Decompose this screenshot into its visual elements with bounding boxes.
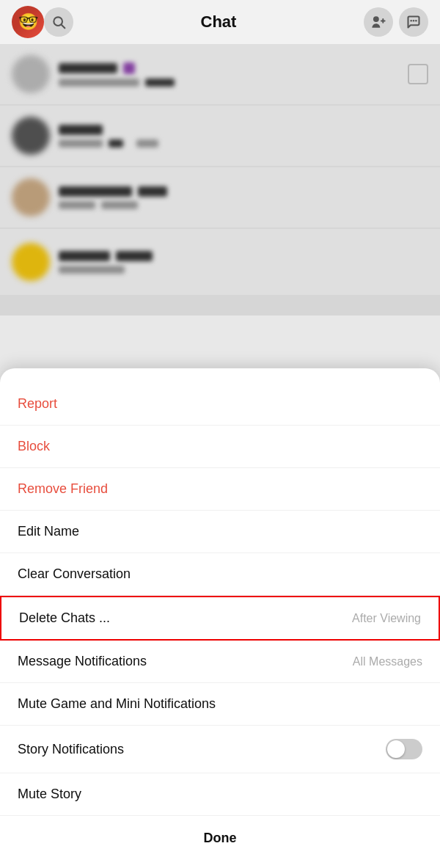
chat-content (59, 62, 399, 87)
add-friend-button[interactable] (364, 7, 393, 37)
page-title: Chat (73, 12, 364, 32)
chat-content (59, 186, 428, 209)
avatar-image: 🤓 (12, 6, 44, 38)
search-button[interactable] (44, 7, 73, 37)
app-header: 🤓 Chat (0, 0, 440, 44)
story-notifications-toggle[interactable] (386, 739, 422, 759)
menu-item-story-notifications[interactable]: Story Notifications (0, 726, 440, 773)
menu-item-message-notifications[interactable]: Message Notifications All Messages (0, 641, 440, 683)
menu-item-mute-story[interactable]: Mute Story (0, 773, 440, 816)
avatar[interactable]: 🤓 (12, 6, 44, 38)
menu-item-block[interactable]: Block (0, 426, 440, 468)
chat-item (0, 44, 440, 104)
chat-content (59, 125, 428, 147)
new-chat-button[interactable] (399, 7, 428, 37)
menu-item-clear-conversation[interactable]: Clear Conversation (0, 553, 440, 596)
chat-avatar (12, 178, 50, 216)
chat-avatar (12, 243, 50, 281)
menu-item-mute-game[interactable]: Mute Game and Mini Notifications (0, 683, 440, 726)
chat-item (0, 106, 440, 166)
chat-content (59, 251, 428, 274)
menu-item-remove-friend[interactable]: Remove Friend (0, 468, 440, 511)
chat-item (0, 167, 440, 227)
menu-item-report[interactable]: Report (0, 383, 440, 426)
chat-avatar (12, 55, 50, 93)
menu-item-delete-chats[interactable]: Delete Chats ... After Viewing (0, 596, 440, 641)
svg-line-1 (62, 25, 65, 29)
menu-item-edit-name[interactable]: Edit Name (0, 511, 440, 553)
chat-right-icon (408, 64, 428, 84)
header-actions (364, 7, 428, 37)
chat-avatar (12, 117, 50, 155)
toggle-knob (387, 740, 405, 758)
chat-list-background (0, 44, 440, 316)
chat-item (0, 229, 440, 295)
done-button[interactable]: Done (0, 816, 440, 868)
context-menu-sheet: Report Block Remove Friend Edit Name Cle… (0, 368, 440, 868)
